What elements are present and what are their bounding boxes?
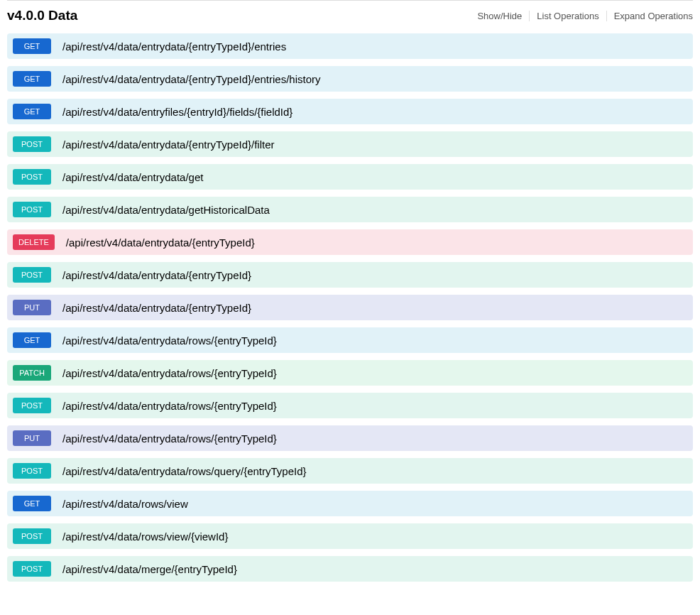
operation-path[interactable]: /api/rest/v4/data/rows/view/{viewId}: [62, 530, 228, 543]
operation-path[interactable]: /api/rest/v4/data/entrydata/get: [62, 171, 203, 183]
operation-row[interactable]: POST/api/rest/v4/data/entrydata/{entryTy…: [7, 131, 693, 157]
method-badge-get[interactable]: GET: [13, 71, 51, 87]
operation-path[interactable]: /api/rest/v4/data/entrydata/rows/query/{…: [62, 465, 307, 477]
operation-row[interactable]: PATCH/api/rest/v4/data/entrydata/rows/{e…: [7, 360, 693, 386]
method-badge-post[interactable]: POST: [13, 169, 51, 185]
operation-row[interactable]: GET/api/rest/v4/data/entrydata/{entryTyp…: [7, 66, 693, 92]
operation-row[interactable]: PUT/api/rest/v4/data/entrydata/rows/{ent…: [7, 425, 693, 451]
operations-list: GET/api/rest/v4/data/entrydata/{entryTyp…: [7, 33, 693, 582]
operation-path[interactable]: /api/rest/v4/data/entrydata/{entryTypeId…: [62, 40, 286, 53]
operation-row[interactable]: PUT/api/rest/v4/data/entrydata/{entryTyp…: [7, 295, 693, 320]
operation-path[interactable]: /api/rest/v4/data/entrydata/rows/{entryT…: [62, 400, 277, 412]
method-badge-post[interactable]: POST: [13, 463, 51, 479]
operation-path[interactable]: /api/rest/v4/data/entrydata/{entryTypeId…: [62, 269, 251, 281]
method-badge-post[interactable]: POST: [13, 398, 51, 413]
method-badge-put[interactable]: PUT: [13, 430, 51, 446]
operation-path[interactable]: /api/rest/v4/data/entrydata/{entryTypeId…: [66, 236, 255, 249]
operation-path[interactable]: /api/rest/v4/data/entryfiles/{entryId}/f…: [62, 106, 292, 118]
operation-row[interactable]: POST/api/rest/v4/data/merge/{entryTypeId…: [7, 556, 693, 582]
operation-row[interactable]: GET/api/rest/v4/data/entrydata/rows/{ent…: [7, 327, 693, 353]
operation-path[interactable]: /api/rest/v4/data/entrydata/rows/{entryT…: [62, 334, 277, 347]
operation-row[interactable]: POST/api/rest/v4/data/entrydata/get: [7, 164, 693, 190]
method-badge-get[interactable]: GET: [13, 332, 51, 348]
method-badge-get[interactable]: GET: [13, 104, 51, 119]
method-badge-patch[interactable]: PATCH: [13, 365, 51, 381]
method-badge-post[interactable]: POST: [13, 561, 51, 577]
method-badge-post[interactable]: POST: [13, 136, 51, 152]
method-badge-get[interactable]: GET: [13, 38, 51, 54]
operation-row[interactable]: POST/api/rest/v4/data/entrydata/rows/que…: [7, 458, 693, 484]
method-badge-delete[interactable]: DELETE: [13, 234, 55, 250]
operation-row[interactable]: GET/api/rest/v4/data/rows/view: [7, 491, 693, 516]
operation-path[interactable]: /api/rest/v4/data/entrydata/{entryTypeId…: [62, 302, 251, 314]
operation-row[interactable]: POST/api/rest/v4/data/entrydata/rows/{en…: [7, 393, 693, 418]
operation-row[interactable]: POST/api/rest/v4/data/rows/view/{viewId}: [7, 523, 693, 549]
operation-path[interactable]: /api/rest/v4/data/entrydata/{entryTypeId…: [62, 138, 275, 151]
method-badge-post[interactable]: POST: [13, 202, 51, 217]
operation-path[interactable]: /api/rest/v4/data/rows/view: [62, 498, 188, 510]
operation-row[interactable]: GET/api/rest/v4/data/entryfiles/{entryId…: [7, 99, 693, 124]
method-badge-get[interactable]: GET: [13, 496, 51, 511]
section-header: v4.0.0 Data Show/Hide List Operations Ex…: [7, 0, 693, 33]
method-badge-put[interactable]: PUT: [13, 300, 51, 315]
operation-path[interactable]: /api/rest/v4/data/entrydata/rows/{entryT…: [62, 367, 277, 379]
section-title[interactable]: v4.0.0 Data: [7, 8, 77, 23]
method-badge-post[interactable]: POST: [13, 528, 51, 544]
operation-row[interactable]: POST/api/rest/v4/data/entrydata/{entryTy…: [7, 262, 693, 288]
method-badge-post[interactable]: POST: [13, 267, 51, 283]
operation-row[interactable]: GET/api/rest/v4/data/entrydata/{entryTyp…: [7, 33, 693, 59]
operation-row[interactable]: DELETE/api/rest/v4/data/entrydata/{entry…: [7, 229, 693, 255]
operation-row[interactable]: POST/api/rest/v4/data/entrydata/getHisto…: [7, 197, 693, 222]
expand-operations-link[interactable]: Expand Operations: [607, 11, 693, 21]
list-operations-link[interactable]: List Operations: [530, 11, 606, 21]
section-actions: Show/Hide List Operations Expand Operati…: [470, 11, 693, 21]
operation-path[interactable]: /api/rest/v4/data/entrydata/rows/{entryT…: [62, 432, 277, 445]
operation-path[interactable]: /api/rest/v4/data/entrydata/getHistorica…: [62, 204, 270, 216]
operation-path[interactable]: /api/rest/v4/data/merge/{entryTypeId}: [62, 563, 237, 575]
operation-path[interactable]: /api/rest/v4/data/entrydata/{entryTypeId…: [62, 73, 321, 85]
show-hide-link[interactable]: Show/Hide: [470, 11, 530, 21]
